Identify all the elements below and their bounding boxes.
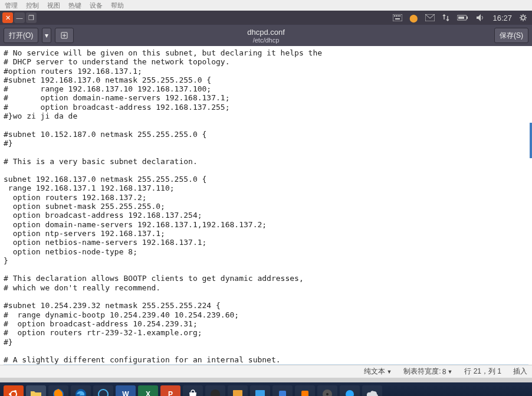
svg-rect-23	[255, 390, 265, 396]
document-path: /etc/dhcp	[0, 37, 532, 44]
clock-indicator[interactable]: 16:27	[492, 14, 512, 22]
gedit-statusbar: 纯文本 ▼ 制表符宽度: 8 ▼ 行 21，列 1 插入	[0, 365, 532, 378]
gedit-headerbar: 打开(O) ▾ dhcpd.conf /etc/dhcp 保存(S)	[0, 25, 532, 46]
svg-rect-0	[393, 14, 402, 21]
insert-mode-indicator[interactable]: 插入	[513, 366, 527, 377]
chevron-down-icon: ▼	[447, 369, 452, 375]
syntax-mode-selector[interactable]: 纯文本 ▼	[364, 366, 392, 377]
svg-point-15	[14, 390, 17, 392]
svg-rect-21	[233, 390, 242, 396]
amazon-indicator-icon[interactable]: ⬤	[409, 14, 418, 22]
gear-indicator-icon[interactable]	[519, 14, 527, 22]
window-maximize-button[interactable]: ❐	[26, 12, 37, 23]
svg-rect-25	[279, 391, 286, 396]
windows-taskbar: W X P	[0, 382, 532, 396]
word-icon[interactable]: W	[116, 385, 136, 396]
svg-point-14	[9, 393, 11, 395]
host-menu-item[interactable]: 视图	[47, 1, 60, 10]
tab-width-value: 8	[442, 368, 446, 376]
disc-icon[interactable]	[317, 385, 337, 396]
scroll-marker	[530, 123, 532, 158]
svg-rect-5	[395, 18, 400, 19]
excel-icon[interactable]: X	[138, 385, 158, 396]
tab-width-selector[interactable]: 制表符宽度: 8 ▼	[403, 366, 452, 377]
svg-rect-2	[396, 15, 397, 17]
host-menu-item[interactable]: 帮助	[111, 1, 124, 10]
volume-indicator-icon[interactable]	[476, 14, 485, 22]
blue-dot-icon[interactable]	[340, 385, 360, 396]
store-icon[interactable]	[183, 385, 203, 396]
save-button[interactable]: 保存(S)	[494, 28, 528, 43]
battery-indicator-icon[interactable]	[457, 14, 469, 21]
new-tab-icon	[60, 31, 68, 40]
horizontal-scrollbar[interactable]	[0, 378, 532, 382]
svg-point-20	[211, 390, 220, 396]
svg-rect-3	[398, 15, 399, 17]
editor-viewport: # No service will be given on this subne…	[0, 46, 532, 365]
cursor-position: 行 21，列 1	[464, 366, 501, 377]
svg-rect-9	[458, 17, 464, 19]
svg-point-19	[98, 390, 108, 396]
editor-text-area[interactable]: # No service will be given on this subne…	[0, 46, 532, 365]
powerpoint-icon[interactable]: P	[160, 385, 180, 396]
circle-app-icon[interactable]	[205, 385, 225, 396]
chevron-down-icon: ▼	[386, 369, 392, 375]
syntax-mode-label: 纯文本	[364, 366, 385, 377]
window-close-button[interactable]: ✕	[2, 12, 13, 23]
tool-icon[interactable]	[272, 385, 293, 396]
new-tab-button[interactable]	[55, 28, 74, 43]
unity-top-panel: ✕ — ❐ ⬤ 16:27	[0, 11, 532, 25]
keyboard-indicator-icon[interactable]	[393, 14, 402, 21]
firefox-icon[interactable]	[48, 385, 68, 396]
svg-point-29	[346, 390, 354, 396]
svg-point-10	[521, 16, 525, 19]
cortana-icon[interactable]	[93, 385, 113, 396]
open-button[interactable]: 打开(O)	[4, 28, 38, 43]
host-menu-item[interactable]: 热键	[68, 1, 81, 10]
svg-rect-8	[467, 17, 468, 19]
folder-icon[interactable]	[26, 385, 46, 396]
window-minimize-button[interactable]: —	[14, 12, 25, 23]
host-menu-item[interactable]: 设备	[90, 1, 103, 10]
display-app-icon[interactable]	[250, 385, 270, 396]
ubuntu-icon[interactable]	[4, 385, 24, 396]
host-menu-item[interactable]: 管理	[5, 1, 18, 10]
open-recent-dropdown[interactable]: ▾	[42, 28, 51, 43]
cursor-position-label: 行 21，列 1	[464, 366, 501, 377]
svg-point-28	[326, 393, 329, 395]
insert-mode-label: 插入	[513, 366, 527, 377]
svg-rect-1	[394, 15, 395, 17]
network-indicator-icon[interactable]	[442, 14, 450, 22]
monitor-icon[interactable]	[228, 385, 248, 396]
host-menu-bar: 管理 控制 视图 热键 设备 帮助	[0, 0, 532, 11]
tab-width-label: 制表符宽度:	[403, 366, 441, 377]
mail-indicator-icon[interactable]	[425, 14, 435, 21]
document-title-block: dhcpd.conf /etc/dhcp	[0, 28, 532, 44]
document-title: dhcpd.conf	[0, 28, 532, 37]
host-menu-item[interactable]: 控制	[26, 1, 39, 10]
orange-app-icon[interactable]	[295, 385, 315, 396]
cloud-app-icon[interactable]	[362, 385, 382, 396]
svg-rect-26	[301, 391, 308, 396]
edge-icon[interactable]	[71, 385, 91, 396]
svg-rect-4	[399, 15, 400, 17]
